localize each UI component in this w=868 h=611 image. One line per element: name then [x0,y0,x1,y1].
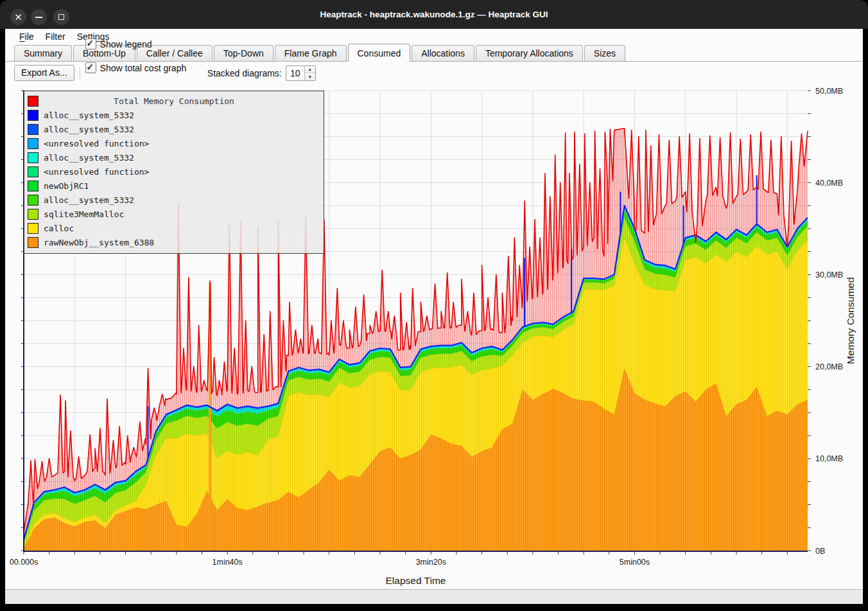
app-window: ✕ Heaptrack - heaptrack.wakunode.1.gz — … [0,0,868,611]
tab-allocations[interactable]: Allocations [412,45,474,61]
legend-swatch [28,166,39,177]
tab-flame-graph[interactable]: Flame Graph [275,45,347,61]
legend-item[interactable]: alloc__system_5332 [24,150,324,164]
menu-item-file[interactable]: File [13,30,40,43]
window-title: Heaptrack - heaptrack.wakunode.1.gz — He… [0,10,868,19]
toolbar-separator [80,67,80,80]
legend-swatch [28,237,39,248]
x-tick-label: 1min40s [213,558,243,567]
checkbox-show-total-cost-graph[interactable]: ✓Show total cost graph [85,62,201,73]
legend-item-label: rawNewObj__system_6388 [44,238,154,247]
x-tick-label: 5min00s [620,558,650,567]
title-bar: ✕ Heaptrack - heaptrack.wakunode.1.gz — … [0,0,868,29]
y-tick-label: 50,0MB [815,87,843,96]
legend-item-label: alloc__system_5332 [44,153,134,163]
tab-temporary-allocations[interactable]: Temporary Allocations [476,45,583,61]
legend-item[interactable]: calloc [24,221,324,235]
legend-swatch [28,152,39,163]
y-tick-label: 30,0MB [815,270,843,279]
checkbox-show-legend[interactable]: ✓Show legend [85,39,201,49]
legend-item-label: <unresolved function> [44,167,149,177]
legend-item-label: alloc__system_5332 [44,111,134,120]
tab-consumed[interactable]: Consumed [348,44,411,62]
chart-legend: Total Memory Consumptionalloc__system_53… [24,91,324,254]
legend-item-label: alloc__system_5332 [44,195,134,205]
stacked-diagrams-label: Stacked diagrams: [207,68,282,78]
y-tick-label: 20,0MB [815,362,843,371]
tab-summary[interactable]: Summary [14,45,72,61]
checkbox-box[interactable]: ✓ [85,62,96,73]
x-tick-label: 00.000s [10,558,38,567]
legend-item[interactable]: <unresolved function> [24,164,324,179]
menu-item-filter[interactable]: Filter [40,30,71,43]
y-tick-label: 10,0MB [815,454,843,463]
stacked-diagrams-spinbox[interactable]: 10 ▲ ▼ [286,66,316,81]
stacked-diagrams-value[interactable]: 10 [286,66,304,80]
legend-item[interactable]: alloc__system_5332 [24,122,324,136]
consumed-chart-region: 0B10,0MB20,0MB30,0MB40,0MB50,0MB00.000s1… [5,84,863,589]
y-tick-label: 40,0MB [815,179,843,188]
checkbox-box[interactable]: ✓ [85,39,96,49]
toolbar-separator [91,49,91,62]
tab-top-down[interactable]: Top-Down [214,45,273,61]
y-tick-label: 0B [815,547,825,556]
legend-item-label: <unresolved function> [44,139,149,148]
checkbox-label: Show total cost graph [100,63,187,73]
legend-item[interactable]: <unresolved function> [24,136,324,150]
spin-up-icon[interactable]: ▲ [305,66,315,74]
tab-sizes[interactable]: Sizes [584,45,625,61]
check-icon: ✓ [87,38,94,48]
checkbox-label: Show legend [100,39,152,49]
legend-item-label: calloc [44,224,74,233]
legend-item[interactable]: sqlite3MemMalloc [24,207,324,221]
legend-item[interactable]: newObjRC1 [24,179,324,193]
legend-swatch [28,223,39,234]
export-as-button[interactable]: Export As... [14,65,74,81]
x-axis-title: Elapsed Time [386,575,446,586]
legend-swatch [28,138,39,149]
check-icon: ✓ [87,62,94,72]
y-axis-title: Memory Consumed [845,277,856,364]
status-bar [5,589,863,604]
legend-item[interactable]: alloc__system_5332 [24,193,324,207]
legend-title-row[interactable]: Total Memory Consumption [24,94,324,108]
legend-item[interactable]: alloc__system_5332 [24,108,324,122]
spin-down-icon[interactable]: ▼ [305,73,315,80]
legend-swatch [28,209,39,220]
x-tick-label: 3min20s [416,558,446,567]
legend-title: Total Memory Consumption [24,96,324,106]
legend-item-label: sqlite3MemMalloc [44,209,124,219]
legend-swatch [28,124,39,135]
legend-swatch [28,195,39,206]
legend-swatch [28,110,39,121]
legend-item-label: alloc__system_5332 [44,125,134,134]
legend-swatch [28,181,39,191]
toolbar: Export As... ✓Show legend✓Show total cos… [5,62,863,84]
stacked-diagrams-control: Stacked diagrams: 10 ▲ ▼ [207,66,316,81]
legend-item-label: newObjRC1 [44,181,89,191]
legend-item[interactable]: rawNewObj__system_6388 [24,235,324,249]
